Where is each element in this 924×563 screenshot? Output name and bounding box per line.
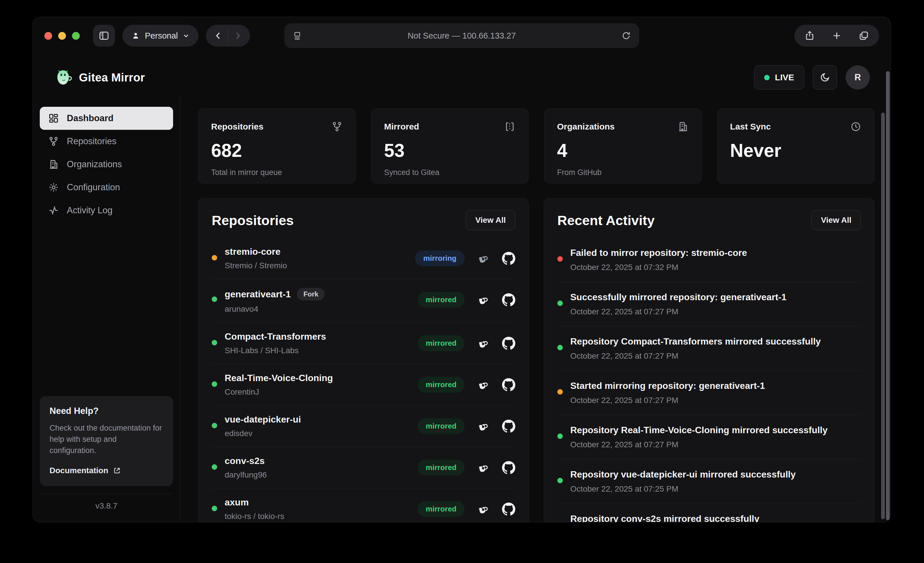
stat-card-last-sync: Last Sync Never	[717, 108, 875, 183]
help-body: Check out the documentation for help wit…	[50, 422, 164, 456]
user-avatar[interactable]: R	[846, 65, 870, 90]
activity-timestamp: October 22, 2025 at 07:27 PM	[570, 352, 821, 361]
repo-row[interactable]: vue-datepicker-ui edisdev mirrored	[212, 405, 515, 447]
live-status-badge[interactable]: LIVE	[754, 65, 804, 90]
repositories-view-all-button[interactable]: View All	[466, 210, 515, 230]
repo-row[interactable]: stremio-core Stremio / Stremio mirroring	[212, 238, 515, 279]
repo-row[interactable]: axum tokio-rs / tokio-rs mirrored	[212, 488, 515, 522]
gitea-icon[interactable]	[477, 252, 490, 265]
chevron-down-icon	[182, 32, 190, 39]
status-dot	[212, 296, 217, 302]
status-badge: mirroring	[415, 250, 465, 266]
toolbar-right-group	[794, 25, 879, 46]
window-scrollbar[interactable]	[886, 71, 890, 520]
status-badge: mirrored	[418, 460, 465, 476]
tab-overview-icon[interactable]	[858, 30, 869, 41]
sidebar-item-dashboard[interactable]: Dashboard	[40, 107, 173, 130]
sidebar-item-repositories[interactable]: Repositories	[40, 130, 173, 153]
new-tab-icon[interactable]	[831, 30, 842, 41]
app-version: v3.8.7	[40, 502, 173, 511]
profile-switcher[interactable]: Personal	[122, 25, 198, 46]
stat-subtitle: Total in mirror queue	[211, 168, 343, 177]
activity-title: Repository Real-Time-Voice-Cloning mirro…	[570, 425, 828, 436]
repo-owner: tokio-rs / tokio-rs	[225, 512, 284, 521]
minimize-window-button[interactable]	[58, 32, 66, 40]
traffic-lights	[44, 32, 80, 40]
gitea-icon[interactable]	[477, 293, 490, 307]
fork-badge: Fork	[297, 288, 325, 301]
mirror-icon	[504, 121, 516, 132]
activity-item: Successfully mirrored repository: genera…	[557, 282, 861, 326]
sidebar-footer: Need Help? Check out the documentation f…	[40, 396, 173, 511]
repo-name: stremio-core	[225, 246, 280, 257]
gitea-icon[interactable]	[477, 337, 490, 350]
github-icon[interactable]	[502, 461, 515, 474]
activity-title: Started mirroring repository: generative…	[570, 380, 765, 391]
repo-name: Compact-Transformers	[225, 331, 326, 342]
github-icon[interactable]	[502, 378, 515, 391]
gitea-icon[interactable]	[477, 461, 490, 474]
sidebar-item-label: Configuration	[67, 182, 120, 193]
github-icon[interactable]	[502, 503, 515, 516]
activity-item: Repository vue-datepicker-ui mirrored su…	[557, 459, 861, 503]
sidebar-icon	[98, 30, 110, 42]
stat-card-mirrored: Mirrored 53 Synced to Gitea	[371, 108, 529, 183]
status-dot	[212, 464, 217, 470]
status-badge: mirrored	[418, 292, 465, 308]
share-icon[interactable]	[804, 30, 815, 41]
help-title: Need Help?	[50, 406, 164, 416]
sidebar-item-activity-log[interactable]: Activity Log	[40, 199, 173, 222]
github-icon[interactable]	[502, 252, 515, 265]
repo-row[interactable]: Real-Time-Voice-Cloning CorentinJ mirror…	[212, 364, 515, 405]
stat-value: 4	[557, 140, 688, 161]
person-icon	[131, 31, 140, 40]
stat-label: Last Sync	[730, 122, 771, 132]
stat-label: Mirrored	[384, 122, 419, 132]
repo-owner: edisdev	[225, 429, 301, 438]
activity-view-all-button[interactable]: View All	[812, 210, 861, 230]
repo-row[interactable]: Compact-Transformers SHI-Labs / SHI-Labs…	[212, 322, 515, 364]
sidebar-item-configuration[interactable]: Configuration	[40, 176, 173, 199]
back-button[interactable]	[209, 26, 228, 45]
activity-timestamp: October 22, 2025 at 07:27 PM	[570, 396, 765, 405]
status-dot	[557, 345, 563, 350]
content-area: Repositories 682 Total in mirror queue M…	[180, 96, 891, 522]
sidebar-toggle-button[interactable]	[93, 25, 115, 46]
external-link-icon	[113, 467, 121, 475]
panels-row: Repositories View All stremio-core Strem…	[198, 198, 874, 522]
activity-item: Repository conv-s2s mirrored successfull…	[557, 503, 861, 522]
repo-name: generativeart-1	[225, 289, 291, 299]
zoom-window-button[interactable]	[72, 32, 80, 40]
clock-icon	[850, 121, 861, 132]
github-icon[interactable]	[502, 293, 515, 307]
app-title: Gitea Mirror	[79, 71, 145, 84]
activity-timestamp: October 22, 2025 at 07:25 PM	[570, 484, 795, 494]
github-icon[interactable]	[502, 420, 515, 433]
brand: Gitea Mirror	[54, 68, 145, 87]
gear-icon	[48, 182, 59, 193]
sidebar-item-organizations[interactable]: Organizations	[40, 153, 173, 176]
repo-row[interactable]: generativeart-1 Fork arunavo4 mirrored	[212, 279, 515, 322]
status-dot	[212, 255, 217, 261]
gitea-icon[interactable]	[477, 503, 490, 516]
theme-toggle-button[interactable]	[813, 65, 837, 90]
dashboard-icon	[48, 112, 59, 124]
address-bar[interactable]: Not Secure — 100.66.133.27	[284, 23, 639, 48]
forward-button[interactable]	[228, 26, 247, 45]
activity-item: Repository Compact-Transformers mirrored…	[557, 326, 861, 370]
page-scrollbar[interactable]	[881, 112, 885, 519]
activity-item: Started mirroring repository: generative…	[557, 370, 861, 415]
header-actions: LIVE R	[754, 65, 870, 90]
repo-owner: Stremio / Stremio	[225, 261, 287, 270]
status-badge: mirrored	[418, 335, 465, 351]
avatar-initial: R	[855, 72, 861, 82]
gitea-icon[interactable]	[477, 378, 490, 391]
repo-row[interactable]: conv-s2s darylfung96 mirrored	[212, 447, 515, 488]
gitea-icon[interactable]	[477, 420, 490, 433]
documentation-link[interactable]: Documentation	[50, 466, 121, 475]
repo-owner: SHI-Labs / SHI-Labs	[225, 346, 326, 355]
github-icon[interactable]	[502, 337, 515, 350]
activity-pulse-icon	[48, 205, 59, 216]
status-badge: mirrored	[418, 418, 465, 434]
close-window-button[interactable]	[44, 32, 52, 40]
